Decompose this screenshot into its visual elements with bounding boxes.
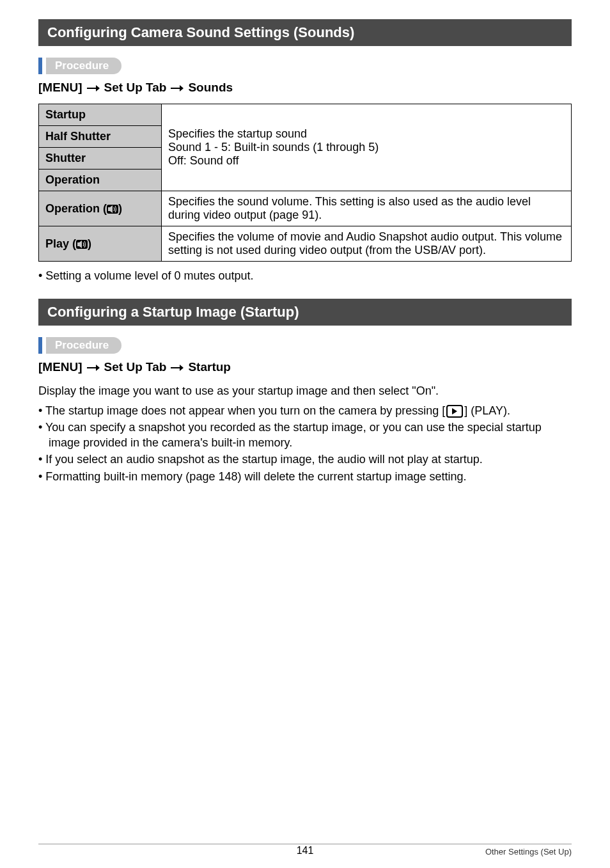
page: Configuring Camera Sound Settings (Sound… (0, 0, 610, 868)
svg-rect-8 (77, 242, 79, 246)
row-desc-startup-sounds: Specifies the startup sound Sound 1 - 5:… (162, 104, 572, 191)
menu-token: [MENU] (38, 81, 82, 95)
section-heading-startup: Configuring a Startup Image (Startup) (38, 299, 572, 326)
menu-path-sounds: [MENU] Set Up Tab Sounds (38, 81, 572, 95)
row-label-half-shutter: Half Shutter (39, 126, 162, 148)
arrow-right-icon (170, 81, 184, 95)
row-label-operation: Operation (39, 170, 162, 191)
label-text: Operation ( (45, 202, 107, 215)
arrow-right-icon (86, 81, 100, 95)
arrow-right-icon (170, 360, 184, 374)
svg-marker-13 (180, 365, 184, 371)
svg-rect-5 (108, 207, 110, 211)
row-desc-operation-volume: Specifies the sound volume. This setting… (162, 191, 572, 226)
speaker-icon (76, 240, 88, 249)
label-text: ) (88, 237, 91, 250)
table-row: Startup Specifies the startup sound Soun… (39, 104, 572, 126)
startup-notes-list: The startup image does not appear when y… (38, 403, 572, 484)
table-row: Play () Specifies the volume of movie an… (39, 226, 572, 262)
procedure-label: Procedure (46, 58, 121, 74)
sounds-settings-table: Startup Specifies the startup sound Soun… (38, 104, 572, 262)
menu-token: [MENU] (38, 360, 82, 374)
play-icon (446, 405, 463, 418)
desc-line: Off: Sound off (168, 154, 239, 167)
procedure-row: Procedure (38, 58, 572, 74)
list-item: You can specify a snapshot you recorded … (38, 420, 572, 451)
menu-token: Set Up Tab (104, 360, 167, 374)
svg-marker-11 (96, 365, 100, 371)
list-item: If you select an audio snapshot as the s… (38, 452, 572, 467)
table-row: Operation () Specifies the sound volume.… (39, 191, 572, 226)
procedure-label: Procedure (46, 337, 121, 354)
triangle-icon (452, 408, 457, 414)
row-desc-play-volume: Specifies the volume of movie and Audio … (162, 226, 572, 262)
menu-token: Startup (188, 360, 231, 374)
page-footer: 141 Other Settings (Set Up) (38, 844, 572, 856)
label-text: ) (118, 202, 122, 215)
row-label-operation-volume: Operation () (39, 191, 162, 226)
svg-marker-1 (96, 85, 100, 91)
menu-token: Set Up Tab (104, 81, 167, 95)
list-item: The startup image does not appear when y… (38, 403, 572, 418)
menu-path-startup: [MENU] Set Up Tab Startup (38, 360, 572, 374)
procedure-row: Procedure (38, 337, 572, 354)
page-number: 141 (297, 845, 314, 856)
text-fragment: ] (PLAY). (464, 404, 510, 417)
list-item: Setting a volume level of 0 mutes output… (38, 268, 572, 283)
arrow-right-icon (86, 360, 100, 374)
footer-section-title: Other Settings (Set Up) (485, 847, 572, 856)
row-label-startup: Startup (39, 104, 162, 126)
label-text: Play ( (45, 237, 76, 250)
speaker-icon (107, 205, 118, 214)
desc-line: Specifies the startup sound (168, 127, 307, 140)
procedure-accent-bar (38, 337, 42, 354)
body-paragraph: Display the image you want to use as you… (38, 383, 572, 398)
desc-line: Sound 1 - 5: Built-in sounds (1 through … (168, 141, 379, 154)
row-label-play-volume: Play () (39, 226, 162, 262)
menu-token: Sounds (188, 81, 233, 95)
row-label-shutter: Shutter (39, 148, 162, 170)
list-item: Formatting built-in memory (page 148) wi… (38, 469, 572, 484)
section-heading-sounds: Configuring Camera Sound Settings (Sound… (38, 19, 572, 46)
text-fragment: The startup image does not appear when y… (45, 404, 445, 417)
notes-list: Setting a volume level of 0 mutes output… (38, 268, 572, 283)
svg-marker-3 (180, 85, 184, 91)
procedure-accent-bar (38, 58, 42, 74)
